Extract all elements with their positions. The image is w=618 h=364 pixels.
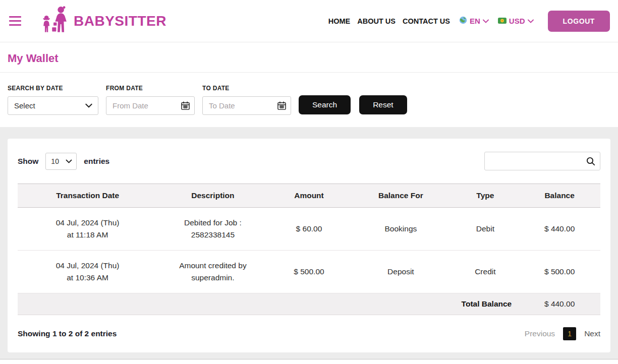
wallet-card: Show 10 entries Tra <box>8 139 610 352</box>
currency-dropdown[interactable]: USD <box>498 17 534 25</box>
from-date-label: FROM DATE <box>106 85 195 92</box>
main-nav: HOME ABOUT US CONTACT US EN <box>328 11 610 32</box>
cell-description: Debited for Job :2582338145 <box>157 208 268 251</box>
to-date-label: TO DATE <box>202 85 291 92</box>
chevron-down-icon <box>66 159 72 163</box>
column-header-amount: Amount <box>268 184 350 208</box>
table-search-input[interactable] <box>484 152 600 170</box>
column-header-transaction-date: Transaction Date <box>18 184 157 208</box>
cell-balance: $ 440.00 <box>519 208 600 251</box>
cell-transaction-date: 04 Jul, 2024 (Thu)at 11:18 AM <box>18 208 157 251</box>
currency-flag-icon <box>498 17 507 25</box>
pagination-previous[interactable]: Previous <box>525 329 555 338</box>
nav-home[interactable]: HOME <box>328 17 351 25</box>
column-header-type: Type <box>452 184 519 208</box>
transactions-table: Transaction Date Description Amount Bala… <box>18 184 600 315</box>
chevron-down-icon <box>528 19 534 23</box>
footer-edge <box>0 359 618 364</box>
reset-button[interactable]: Reset <box>359 95 407 114</box>
page-title: My Wallet <box>0 42 618 72</box>
page-size-value: 10 <box>51 157 59 165</box>
search-button[interactable]: Search <box>299 95 351 114</box>
total-balance-label: Total Balance <box>18 293 519 315</box>
pagination-next[interactable]: Next <box>584 329 600 338</box>
search-by-date-label: SEARCH BY DATE <box>8 85 98 92</box>
show-label: Show <box>18 157 38 166</box>
page-size-select[interactable]: 10 <box>45 153 77 170</box>
table-body: 04 Jul, 2024 (Thu)at 11:18 AM Debited fo… <box>18 208 600 293</box>
nav-about-us[interactable]: ABOUT US <box>357 17 396 25</box>
column-header-balance-for: Balance For <box>350 184 452 208</box>
logout-button[interactable]: LOGOUT <box>548 11 610 32</box>
filter-bar: SEARCH BY DATE Select FROM DATE <box>0 73 618 115</box>
column-header-balance: Balance <box>519 184 600 208</box>
chevron-down-icon <box>483 19 489 23</box>
cell-amount: $ 500.00 <box>268 251 350 293</box>
cell-amount: $ 60.00 <box>268 208 350 251</box>
main-content: Show 10 entries Tra <box>0 127 618 359</box>
globe-icon <box>459 16 467 26</box>
language-value: EN <box>470 17 480 25</box>
cell-balance-for: Bookings <box>350 208 452 251</box>
cell-description: Amount credited bysuperadmin. <box>157 251 268 293</box>
column-header-description: Description <box>157 184 268 208</box>
cell-balance: $ 500.00 <box>519 251 600 293</box>
cell-balance-for: Deposit <box>350 251 452 293</box>
language-dropdown[interactable]: EN <box>459 16 489 26</box>
search-by-date-select[interactable]: Select <box>8 96 98 115</box>
total-balance-value: $ 440.00 <box>519 293 600 315</box>
to-date-input[interactable] <box>202 96 291 115</box>
cell-type: Credit <box>452 251 519 293</box>
pagination: Previous 1 Next <box>525 327 600 340</box>
cell-transaction-date: 04 Jul, 2024 (Thu)at 10:36 AM <box>18 251 157 293</box>
top-nav-bar: BABYSITTER HOME ABOUT US CONTACT US EN <box>0 0 618 42</box>
total-balance-row: Total Balance $ 440.00 <box>18 293 600 315</box>
brand-logo[interactable]: BABYSITTER <box>40 6 166 36</box>
table-header-row: Transaction Date Description Amount Bala… <box>18 184 600 208</box>
nav-contact-us[interactable]: CONTACT US <box>403 17 450 25</box>
from-date-input[interactable] <box>106 96 195 115</box>
chevron-down-icon <box>85 103 92 108</box>
search-by-date-value: Select <box>14 101 35 110</box>
table-row: 04 Jul, 2024 (Thu)at 11:18 AM Debited fo… <box>18 208 600 251</box>
cell-type: Debit <box>452 208 519 251</box>
table-row: 04 Jul, 2024 (Thu)at 10:36 AM Amount cre… <box>18 251 600 293</box>
pagination-page-1[interactable]: 1 <box>563 327 576 340</box>
show-entries-control: Show 10 entries <box>18 153 109 170</box>
page-head: My Wallet SEARCH BY DATE Select FROM DAT… <box>0 42 618 127</box>
entries-summary: Showing 1 to 2 of 2 entries <box>18 329 117 338</box>
brand-name: BABYSITTER <box>74 13 166 29</box>
babysitter-logo-icon <box>40 6 72 36</box>
menu-button[interactable] <box>4 11 26 31</box>
currency-value: USD <box>509 17 525 25</box>
entries-label: entries <box>84 157 109 166</box>
